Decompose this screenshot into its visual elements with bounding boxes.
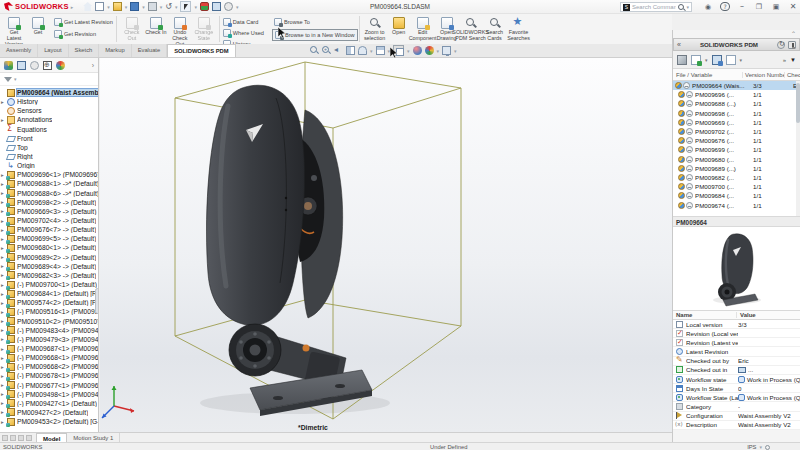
command-tab[interactable]: Assembly [0,44,38,57]
tab-scroll-next-icon[interactable] [18,435,24,441]
restore-icon[interactable] [754,1,764,13]
graphics-viewport[interactable]: *Dimetric [100,58,672,432]
feature-tree-item[interactable]: PM009702<4> -> (Default) [0,216,98,225]
hide-show-items-icon[interactable] [358,46,367,55]
apply-scene-icon[interactable] [425,46,434,55]
command-tab[interactable]: Layout [38,44,68,57]
panel-splitter-handle[interactable] [95,288,99,314]
expand-pane-chevron-icon[interactable]: « [677,41,681,48]
scrollbar-thumb[interactable] [796,83,800,123]
zoom-area-icon[interactable]: + [322,46,331,55]
save-icon[interactable] [130,2,139,11]
details-row[interactable]: Description Waist Assembly V2 [673,421,800,430]
feature-tree-item[interactable]: PM009664 (Waist Assembly V2) [0,88,98,97]
feature-tree-item[interactable]: PM009676<7> -> (Default) [0,225,98,234]
details-row[interactable]: Revision (Latest ver... [673,338,800,347]
ribbon-small-button[interactable]: Browse to in a New Window [272,29,358,41]
status-option-icon[interactable] [765,445,770,450]
details-row[interactable]: Latest Revision [673,347,800,356]
tab-scroll-first-icon[interactable] [2,435,8,441]
panel-menu-icon[interactable]: ▼ [790,57,796,63]
layout-icon[interactable] [771,1,781,13]
ribbon-small-button[interactable]: Browse To [272,17,358,27]
pdm-file-row[interactable]: PM009680 (... 1/1 [673,155,800,164]
view-settings-dropdown-icon[interactable]: ▾ [454,48,457,54]
feature-tree-item[interactable]: (-) PM009668<1> (PM009668) [0,353,98,362]
print-dropdown-icon[interactable]: ▾ [160,4,163,10]
pdm-file-row[interactable]: PM009696 (... 1/1 [673,90,800,99]
select-dropdown-icon[interactable]: ▾ [194,4,197,10]
column-checked-out[interactable]: Checked Out By [785,72,800,78]
ribbon-button[interactable]: Check Out [120,15,144,42]
search-dropdown-icon[interactable]: ▾ [686,4,689,10]
ribbon-button[interactable]: Search Cards [483,15,507,42]
file-list-scrollbar[interactable] [796,81,800,216]
details-name-header[interactable]: Name [673,312,737,318]
pdm-file-row[interactable]: PM009682 (... 1/1 [673,173,800,182]
pdm-file-row[interactable]: PM009674 (... 1/1 [673,200,800,209]
feature-tree-item[interactable]: PM009680<1> -> (Default) [0,243,98,252]
settings-dropdown-icon[interactable]: ▾ [236,4,239,10]
feature-tree-item[interactable]: PM009682<3> -> (Default) [0,271,98,280]
pdm-file-row[interactable]: PM009698 (... 1/1 [673,109,800,118]
feature-tree-item[interactable]: (-) PM009483<4> (PM009483) [0,326,98,335]
save-dropdown-icon[interactable]: ▾ [142,4,145,10]
ribbon-button[interactable]: Zoom to selection [363,15,387,42]
feature-tree-item[interactable]: PM009684<1> (Default) [R5-H [0,289,98,298]
configuration-manager-tab-icon[interactable] [30,61,39,70]
feature-tree-item[interactable]: (-) PM009479<3> (PM009479) [0,335,98,344]
details-row[interactable]: Days In State 0 [673,384,800,393]
ribbon-button[interactable]: Favorite Searches [507,15,531,42]
previous-view-icon[interactable] [334,46,343,55]
toolbar-overflow-icon[interactable]: » [783,57,786,63]
brand-expand-icon[interactable]: ▸ [71,4,74,10]
feature-tree-item[interactable]: (-) PM009516<1> (PM009516) [0,307,98,316]
pdm-file-row[interactable]: PM009689 (...) 1/1 [673,164,800,173]
scene-dropdown-icon[interactable]: ▾ [437,48,440,54]
feature-tree-item[interactable]: PM009574<2> (Default) [P5-H [0,298,98,307]
ribbon-button[interactable]: Open [387,15,411,36]
feature-tree-item[interactable]: History [0,97,98,106]
command-search-input[interactable]: S Search Commands ▾ [620,2,692,12]
home-icon[interactable] [83,2,92,11]
column-version-number[interactable]: Version Number [743,72,785,78]
feature-tree-item[interactable]: Origin [0,161,98,170]
feature-tree-item[interactable]: PM009698<2> -> (Default) [0,198,98,207]
feature-tree-item[interactable]: PM009453<2> (Default) [G-PC [0,417,98,426]
pdm-file-row[interactable]: PM009664 (Wais... 3/3 Eric [673,81,800,90]
display-style-dropdown-icon[interactable]: ▾ [388,48,391,54]
details-row[interactable]: Checked out by Eric [673,357,800,366]
select-arrow-icon[interactable] [180,1,191,12]
feature-tree-item[interactable]: Front [0,134,98,143]
view-orientation-icon[interactable] [393,45,404,56]
open-folder-icon[interactable] [113,2,122,11]
pdm-file-row[interactable]: PM009700 (... 1/1 [673,182,800,191]
feature-tree-item[interactable]: PM009510<2> (PM009510) [P1 [0,317,98,326]
pdm-file-row[interactable]: PM009699 (... 1/1 [673,145,800,154]
undo-icon[interactable]: ↺ [165,2,172,11]
details-row[interactable]: Category - [673,402,800,411]
appearances-tab-icon[interactable] [56,61,65,70]
tab-scroll-last-icon[interactable] [26,435,32,441]
user-icon[interactable] [703,1,713,13]
ribbon-button[interactable]: Get [26,15,50,36]
details-row[interactable]: Checked out in ... [673,366,800,375]
tab-scroll-prev-icon[interactable] [10,435,16,441]
feature-tree-item[interactable]: (-) PM009427<1> (Default) [0,399,98,408]
ribbon-button[interactable]: Undo Check Out [168,15,192,47]
feature-tree-item[interactable]: Right [0,152,98,161]
feature-tree-item[interactable]: (-) PM009700<1> (Default) [0,280,98,289]
pdm-dropdown-icon-2[interactable]: ▾ [740,57,743,63]
units-dropdown-icon[interactable]: ▾ [759,444,762,450]
ribbon-button[interactable]: SOLIDWORKS PDM Search [459,15,483,42]
pdm-get-latest-icon[interactable] [691,55,701,65]
details-row[interactable]: Workflow State (Last... Work in Process … [673,393,800,402]
feature-tree-item[interactable]: (-) PM009678<1> (PM009678) [0,371,98,380]
command-tab[interactable]: Sketch [69,44,100,57]
command-tab[interactable]: SOLIDWORKS PDM [167,44,235,57]
heads-up-dropdown-icon[interactable]: ▾ [370,48,373,54]
property-manager-tab-icon[interactable] [17,61,26,70]
pdm-check-out-icon[interactable] [712,55,722,65]
help-icon[interactable] [720,1,730,13]
edit-appearance-icon[interactable] [413,46,422,55]
